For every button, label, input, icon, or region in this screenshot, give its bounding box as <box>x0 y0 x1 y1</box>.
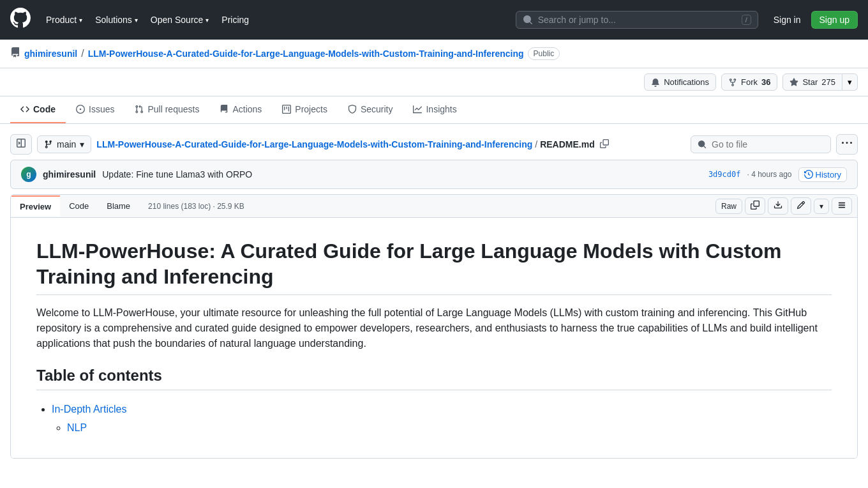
github-logo[interactable] <box>10 8 31 32</box>
fork-icon <box>728 78 737 87</box>
breadcrumb-owner-link[interactable]: ghimiresunil <box>24 49 77 59</box>
commit-message: Update: Fine tune Llama3 with ORPO <box>102 169 252 179</box>
nav-pricing[interactable]: Pricing <box>216 11 254 29</box>
chevron-down-icon: ▾ <box>80 139 84 149</box>
file-path-separator: / <box>535 139 537 149</box>
star-group: Star 275 ▾ <box>782 73 858 91</box>
code-tab[interactable]: Code <box>60 196 98 216</box>
download-button[interactable] <box>768 197 788 215</box>
tab-actions[interactable]: Actions <box>209 96 272 123</box>
visibility-badge: Public <box>528 47 560 60</box>
blame-tab[interactable]: Blame <box>98 196 139 216</box>
fork-button[interactable]: Fork 36 <box>721 73 777 91</box>
bell-icon <box>651 78 660 87</box>
repo-icon <box>10 47 20 60</box>
chevron-down-icon: ▾ <box>79 17 82 24</box>
file-viewer: Preview Code Blame 210 lines (183 loc) ·… <box>10 194 858 459</box>
clock-icon <box>804 170 813 179</box>
toc-link-articles[interactable]: In-Depth Articles <box>52 404 126 415</box>
avatar: g <box>21 167 36 182</box>
nav-solutions[interactable]: Solutions ▾ <box>90 11 143 29</box>
go-to-file-area <box>691 134 858 155</box>
nav-product[interactable]: Product ▾ <box>41 11 87 29</box>
more-options-button[interactable] <box>836 134 858 155</box>
toc-link-nlp[interactable]: NLP <box>67 422 87 433</box>
repo-tabs: Code Issues Pull requests Actions Projec… <box>0 96 868 124</box>
go-to-file-container <box>691 135 831 153</box>
search-container: / <box>516 11 758 29</box>
tab-code[interactable]: Code <box>10 96 66 123</box>
list-item: In-Depth Articles NLP <box>52 400 832 438</box>
breadcrumb-separator: / <box>81 48 84 59</box>
file-path: LLM-PowerHouse-A-Curated-Guide-for-Large… <box>96 138 685 151</box>
tab-security[interactable]: Security <box>338 96 403 123</box>
search-icon-small <box>698 140 707 149</box>
more-file-options-button[interactable]: ▾ <box>814 199 829 214</box>
sign-up-button[interactable]: Sign up <box>811 11 858 29</box>
search-shortcut: / <box>742 15 751 25</box>
readme-intro: Welcome to LLM-PowerHouse, your ultimate… <box>36 305 832 351</box>
toc-list: In-Depth Articles NLP <box>36 400 832 438</box>
readme-title: LLM-PowerHouse: A Curated Guide for Larg… <box>36 238 832 295</box>
file-actions: Raw ▾ <box>710 195 857 217</box>
star-dropdown-button[interactable]: ▾ <box>842 73 858 91</box>
commit-hash-link[interactable]: 3d9cd0f <box>708 170 741 179</box>
commit-row: g ghimiresunil Update: Fine tune Llama3 … <box>10 160 858 189</box>
edit-button[interactable] <box>791 197 811 215</box>
copy-path-button[interactable] <box>597 138 611 151</box>
main-nav: Product ▾ Solutions ▾ Open Source ▾ Pric… <box>41 11 254 29</box>
search-box[interactable]: / <box>516 11 758 29</box>
commit-time: · 4 hours ago <box>747 170 791 179</box>
repo-actions: Notifications Fork 36 Star 275 ▾ <box>0 68 868 96</box>
breadcrumb: ghimiresunil / LLM-PowerHouse-A-Curated-… <box>0 40 868 68</box>
tab-projects[interactable]: Projects <box>272 96 338 123</box>
pr-icon <box>135 105 144 114</box>
tab-insights[interactable]: Insights <box>403 96 467 123</box>
star-button[interactable]: Star 275 <box>782 73 842 91</box>
copy-file-button[interactable] <box>745 197 765 215</box>
file-info: 210 lines (183 loc) · 25.9 KB <box>139 197 253 216</box>
toc-button[interactable] <box>832 197 852 215</box>
projects-icon <box>282 105 291 114</box>
search-icon <box>523 15 533 25</box>
tab-issues[interactable]: Issues <box>66 96 124 123</box>
code-icon <box>20 105 29 114</box>
security-icon <box>348 105 357 114</box>
raw-button[interactable]: Raw <box>715 199 742 214</box>
preview-tab[interactable]: Preview <box>11 195 60 217</box>
branch-icon <box>44 140 53 149</box>
insights-icon <box>413 105 422 114</box>
file-browser-header: main ▾ LLM-PowerHouse-A-Curated-Guide-fo… <box>0 124 868 160</box>
nav-open-source[interactable]: Open Source ▾ <box>146 11 214 29</box>
issues-icon <box>76 105 85 114</box>
file-path-repo-link[interactable]: LLM-PowerHouse-A-Curated-Guide-for-Large… <box>96 139 532 149</box>
sidebar-toggle-button[interactable] <box>10 134 32 155</box>
go-to-file-input[interactable] <box>712 139 824 149</box>
header: Product ▾ Solutions ▾ Open Source ▾ Pric… <box>0 0 868 40</box>
notifications-button[interactable]: Notifications <box>644 73 716 91</box>
branch-selector-button[interactable]: main ▾ <box>37 135 91 153</box>
search-input[interactable] <box>538 15 737 25</box>
header-actions: Sign in Sign up <box>768 11 858 29</box>
toc-sublist: NLP <box>52 419 832 438</box>
tab-pull-requests[interactable]: Pull requests <box>124 96 209 123</box>
list-item: NLP <box>67 419 832 438</box>
breadcrumb-repo-link[interactable]: LLM-PowerHouse-A-Curated-Guide-for-Large… <box>88 49 524 59</box>
actions-icon <box>220 105 228 114</box>
sign-in-button[interactable]: Sign in <box>768 11 806 28</box>
readme-content: LLM-PowerHouse: A Curated Guide for Larg… <box>11 218 857 458</box>
chevron-down-icon: ▾ <box>135 17 138 24</box>
commit-author-link[interactable]: ghimiresunil <box>43 169 96 179</box>
file-path-current: README.md <box>540 139 595 149</box>
file-viewer-header: Preview Code Blame 210 lines (183 loc) ·… <box>11 195 857 218</box>
star-icon <box>789 78 798 87</box>
history-link[interactable]: History <box>798 167 847 182</box>
chevron-down-icon: ▾ <box>206 17 209 24</box>
toc-heading: Table of contents <box>36 367 832 390</box>
